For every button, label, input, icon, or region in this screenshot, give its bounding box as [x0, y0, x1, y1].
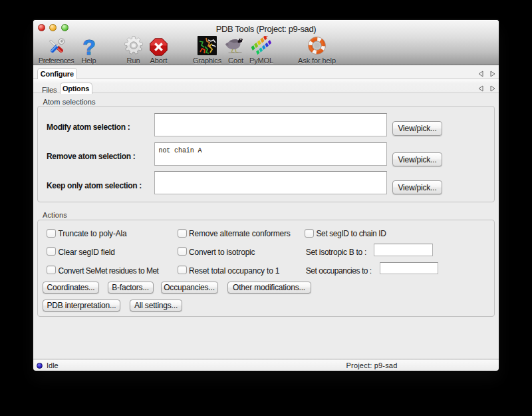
svg-text:?: ?	[82, 36, 96, 56]
